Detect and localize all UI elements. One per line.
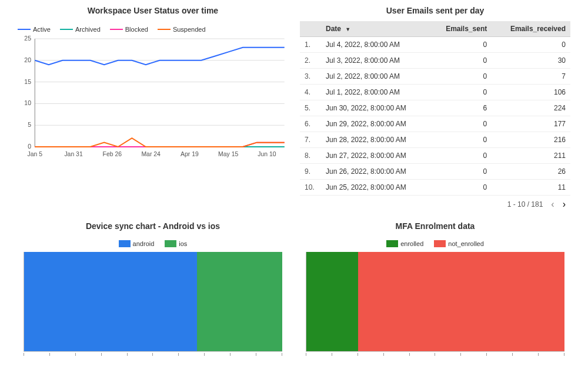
line-chart[interactable]: 0510152025Jan 5Jan 31Feb 26Mar 24Apr 19M…: [18, 35, 288, 159]
segment-enrolled[interactable]: [306, 252, 358, 351]
row-sent: 6: [430, 100, 492, 116]
swatch-android: [119, 240, 131, 247]
panel-title: Workspace User Status over time: [18, 6, 288, 15]
row-index: 8.: [300, 148, 321, 164]
svg-text:Jan 31: Jan 31: [64, 151, 83, 157]
legend-label: android: [133, 240, 155, 247]
pager-next-icon[interactable]: ›: [563, 199, 566, 210]
row-recv: 0: [492, 37, 570, 53]
row-index: 6.: [300, 116, 321, 132]
legend-blocked[interactable]: Blocked: [110, 26, 148, 33]
col-idx[interactable]: [300, 21, 321, 37]
legend-ios[interactable]: ios: [165, 240, 187, 247]
row-sent: 0: [430, 37, 492, 53]
row-date: Jun 29, 2022, 8:00:00 AM: [321, 116, 430, 132]
panel-user-status: Workspace User Status over time Active A…: [18, 6, 288, 210]
legend-not-enrolled[interactable]: not_enrolled: [434, 240, 484, 247]
row-recv: 224: [492, 100, 570, 116]
legend-label: Suspended: [173, 26, 206, 33]
table-row[interactable]: 4.Jul 1, 2022, 8:00:00 AM0106: [300, 85, 570, 100]
svg-text:Jun 10: Jun 10: [258, 151, 276, 157]
row-index: 9.: [300, 164, 321, 180]
swatch-ios: [165, 240, 176, 247]
row-recv: 11: [492, 180, 570, 196]
swatch-not-enrolled: [434, 240, 446, 247]
swatch-blocked: [110, 29, 123, 30]
pager: 1 - 10 / 181 ‹ ›: [300, 196, 570, 210]
row-date: Jun 28, 2022, 8:00:00 AM: [321, 132, 430, 148]
panel-title: User Emails sent per day: [300, 6, 570, 15]
row-date: Jul 2, 2022, 8:00:00 AM: [321, 69, 430, 85]
legend-label: Archived: [75, 26, 101, 33]
svg-text:10: 10: [24, 100, 31, 107]
table-row[interactable]: 1.Jul 4, 2022, 8:00:00 AM00: [300, 37, 570, 53]
device-legend: android ios: [18, 240, 288, 247]
mfa-legend: enrolled not_enrolled: [300, 240, 570, 247]
legend-label: enrolled: [400, 240, 423, 247]
row-index: 5.: [300, 100, 321, 116]
col-recv[interactable]: Emails_received: [492, 21, 570, 37]
svg-text:May 15: May 15: [218, 151, 239, 157]
segment-android[interactable]: [24, 252, 197, 351]
legend-active[interactable]: Active: [18, 26, 51, 33]
table-row[interactable]: 9.Jun 26, 2022, 8:00:00 AM026: [300, 164, 570, 180]
legend-label: Blocked: [125, 26, 148, 33]
row-sent: 0: [430, 85, 492, 100]
swatch-suspended: [158, 29, 171, 30]
row-index: 10.: [300, 180, 321, 196]
svg-text:20: 20: [24, 57, 31, 63]
legend-archived[interactable]: Archived: [60, 26, 101, 33]
row-recv: 216: [492, 132, 570, 148]
row-sent: 0: [430, 53, 492, 69]
svg-text:15: 15: [24, 79, 31, 85]
svg-text:Jan 5: Jan 5: [27, 151, 42, 157]
svg-text:Feb 26: Feb 26: [103, 151, 122, 157]
segment-ios[interactable]: [197, 252, 282, 351]
table-row[interactable]: 8.Jun 27, 2022, 8:00:00 AM0211: [300, 148, 570, 164]
panel-device-sync: Device sync chart - Android vs ios andro…: [18, 221, 288, 369]
svg-text:5: 5: [28, 122, 31, 128]
row-recv: 26: [492, 164, 570, 180]
legend-label: not_enrolled: [448, 240, 484, 247]
sort-desc-icon: ▼: [345, 26, 350, 32]
table-row[interactable]: 2.Jul 3, 2022, 8:00:00 AM030: [300, 53, 570, 69]
table-row[interactable]: 10.Jun 25, 2022, 8:00:00 AM011: [300, 180, 570, 196]
mfa-chart[interactable]: [300, 252, 570, 369]
row-index: 1.: [300, 37, 321, 53]
table-row[interactable]: 6.Jun 29, 2022, 8:00:00 AM0177: [300, 116, 570, 132]
table-row[interactable]: 5.Jun 30, 2022, 8:00:00 AM6224: [300, 100, 570, 116]
row-date: Jul 3, 2022, 8:00:00 AM: [321, 53, 430, 69]
pager-prev-icon[interactable]: ‹: [551, 199, 554, 210]
row-recv: 30: [492, 53, 570, 69]
row-recv: 7: [492, 69, 570, 85]
legend-suspended[interactable]: Suspended: [158, 26, 206, 33]
col-sent[interactable]: Emails_sent: [430, 21, 492, 37]
row-recv: 211: [492, 148, 570, 164]
row-date: Jul 4, 2022, 8:00:00 AM: [321, 37, 430, 53]
row-recv: 177: [492, 116, 570, 132]
svg-text:Apr 19: Apr 19: [181, 151, 199, 157]
legend-label: ios: [179, 240, 187, 247]
col-date[interactable]: Date ▼: [321, 21, 430, 37]
panel-mfa: MFA Enrolment data enrolled not_enrolled: [300, 221, 570, 369]
legend-enrolled[interactable]: enrolled: [386, 240, 423, 247]
svg-text:0: 0: [28, 143, 31, 150]
swatch-archived: [60, 29, 73, 30]
row-sent: 0: [430, 116, 492, 132]
row-sent: 0: [430, 69, 492, 85]
table-row[interactable]: 3.Jul 2, 2022, 8:00:00 AM07: [300, 69, 570, 85]
svg-text:Mar 24: Mar 24: [141, 151, 161, 157]
row-index: 7.: [300, 132, 321, 148]
table-row[interactable]: 7.Jun 28, 2022, 8:00:00 AM0216: [300, 132, 570, 148]
legend-android[interactable]: android: [119, 240, 155, 247]
device-chart[interactable]: [18, 252, 288, 369]
row-index: 2.: [300, 53, 321, 69]
row-recv: 106: [492, 85, 570, 100]
segment-not_enrolled[interactable]: [358, 252, 564, 351]
svg-text:25: 25: [24, 35, 31, 42]
row-date: Jun 25, 2022, 8:00:00 AM: [321, 180, 430, 196]
row-index: 3.: [300, 69, 321, 85]
row-sent: 0: [430, 164, 492, 180]
panel-title: MFA Enrolment data: [300, 221, 570, 231]
row-sent: 0: [430, 180, 492, 196]
